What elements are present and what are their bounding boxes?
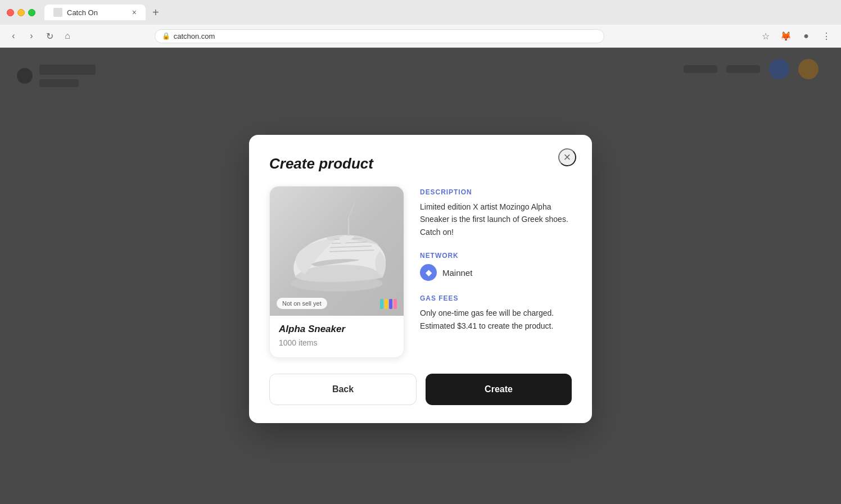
description-label: DESCRIPTION xyxy=(420,188,572,196)
back-button[interactable]: Back xyxy=(269,374,417,405)
page-background: Create product × xyxy=(0,48,841,504)
browser-actions: ☆ 🦊 ● ⋮ xyxy=(758,28,834,44)
ethereum-icon: ◆ xyxy=(420,264,437,281)
tab-bar: Catch On × + xyxy=(44,4,164,20)
product-badge: Not on sell yet xyxy=(277,298,327,309)
modal-title: Create product xyxy=(269,155,572,172)
sneaker-image xyxy=(281,201,393,302)
new-tab-button[interactable]: + xyxy=(148,5,164,20)
gas-fees-text: Only one-time gas fee will be charged. E… xyxy=(420,307,572,332)
product-name: Alpha Sneaker xyxy=(279,324,395,335)
network-row: ◆ Mainnet xyxy=(420,264,572,281)
gas-fees-label: GAS FEES xyxy=(420,294,572,302)
title-bar: Catch On × + xyxy=(0,0,841,25)
color-bar xyxy=(380,299,397,309)
user-circle-button[interactable]: ● xyxy=(798,28,814,44)
tab-title: Catch On xyxy=(67,8,98,17)
product-info: Alpha Sneaker 1000 items xyxy=(270,316,404,357)
browser-chrome: Catch On × + ‹ › ↻ ⌂ 🔒 catchon.com ☆ 🦊 ●… xyxy=(0,0,841,48)
create-button[interactable]: Create xyxy=(426,374,572,405)
bookmark-button[interactable]: ☆ xyxy=(758,28,774,44)
product-items-count: 1000 items xyxy=(279,338,395,347)
modal-overlay: Create product × xyxy=(0,48,841,504)
url-bar[interactable]: 🔒 catchon.com xyxy=(155,29,604,43)
modal-close-button[interactable]: × xyxy=(558,148,576,166)
modal-body: Not on sell yet Alpha Sneaker 1000 items xyxy=(269,186,572,358)
lock-icon: 🔒 xyxy=(162,32,170,40)
close-window-button[interactable] xyxy=(7,9,14,16)
product-details: DESCRIPTION Limited edition X artist Moz… xyxy=(420,186,572,358)
back-nav-button[interactable]: ‹ xyxy=(7,29,20,43)
forward-nav-button[interactable]: › xyxy=(25,29,38,43)
tab-close-button[interactable]: × xyxy=(132,8,137,17)
home-button[interactable]: ⌂ xyxy=(61,29,74,43)
network-name: Mainnet xyxy=(442,268,472,278)
svg-line-6 xyxy=(349,203,355,218)
tab-favicon xyxy=(53,8,62,17)
modal-footer: Back Create xyxy=(269,374,572,405)
nav-buttons: ‹ › ↻ ⌂ xyxy=(7,29,74,43)
product-card: Not on sell yet Alpha Sneaker 1000 items xyxy=(269,186,404,358)
description-text: Limited edition X artist Mozingo Alpha S… xyxy=(420,201,572,238)
profile-button[interactable]: 🦊 xyxy=(778,28,794,44)
reload-button[interactable]: ↻ xyxy=(43,29,56,43)
browser-tab[interactable]: Catch On × xyxy=(44,4,146,20)
url-text: catchon.com xyxy=(174,32,215,40)
create-product-modal: Create product × xyxy=(249,135,592,423)
address-bar: ‹ › ↻ ⌂ 🔒 catchon.com ☆ 🦊 ● ⋮ xyxy=(0,25,841,47)
minimize-window-button[interactable] xyxy=(17,9,25,16)
menu-button[interactable]: ⋮ xyxy=(819,28,834,44)
network-label: NETWORK xyxy=(420,252,572,260)
maximize-window-button[interactable] xyxy=(28,9,35,16)
traffic-lights xyxy=(7,9,35,16)
product-image-container: Not on sell yet xyxy=(270,187,404,316)
